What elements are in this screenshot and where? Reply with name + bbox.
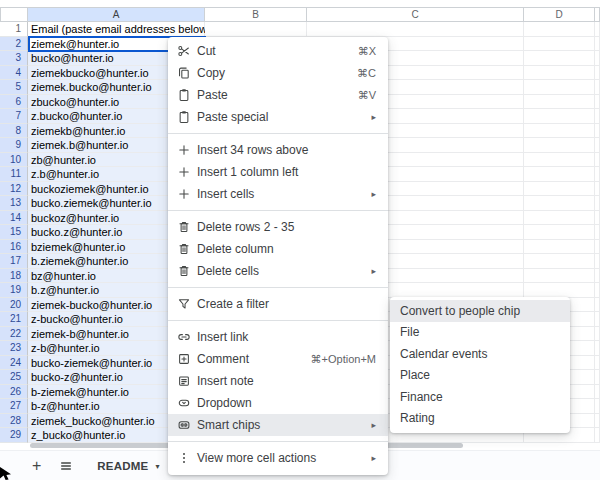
cell[interactable] [595,124,600,139]
cell[interactable]: Email (paste email addresses below) [28,22,205,37]
row-header-20[interactable]: 20 [0,298,28,313]
cell[interactable] [524,240,595,255]
cell[interactable] [595,414,600,429]
row-header-18[interactable]: 18 [0,269,28,284]
submenu-item-rating[interactable]: Rating [390,408,570,430]
select-all-corner[interactable] [0,7,28,22]
cell[interactable] [595,254,600,269]
cell[interactable] [595,51,600,66]
column-header-d[interactable]: D [524,7,595,22]
row-header-2[interactable]: 2 [0,37,28,52]
cell[interactable] [205,22,307,37]
row-header-28[interactable]: 28 [0,414,28,429]
cell[interactable] [595,37,600,52]
column-header-a[interactable]: A [28,7,205,22]
cell[interactable] [595,428,600,443]
cell[interactable] [595,95,600,110]
menu-item-copy[interactable]: Copy⌘C [168,62,388,84]
submenu-item-place[interactable]: Place [390,365,570,387]
menu-item-paste[interactable]: Paste⌘V [168,84,388,106]
menu-item-view-more-cell-actions[interactable]: View more cell actions▸ [168,447,388,469]
cell[interactable] [595,341,600,356]
row-header-9[interactable]: 9 [0,138,28,153]
cell[interactable] [307,22,524,37]
row-header-5[interactable]: 5 [0,80,28,95]
sheet-tab-readme[interactable]: README ▾ [97,460,159,472]
cell[interactable] [595,298,600,313]
cell[interactable] [524,124,595,139]
submenu-item-finance[interactable]: Finance [390,386,570,408]
cell[interactable] [595,269,600,284]
row-header-7[interactable]: 7 [0,109,28,124]
cell[interactable] [595,240,600,255]
cell[interactable] [524,182,595,197]
row-header-24[interactable]: 24 [0,356,28,371]
menu-item-paste-special[interactable]: Paste special▸ [168,106,388,128]
cell[interactable] [595,153,600,168]
cell[interactable] [595,80,600,95]
cell[interactable] [524,37,595,52]
cell[interactable] [595,356,600,371]
cell[interactable] [595,370,600,385]
menu-item-comment[interactable]: Comment⌘+Option+M [168,348,388,370]
cell[interactable] [595,182,600,197]
add-sheet-button[interactable]: + [32,457,41,475]
column-header-partial[interactable] [595,7,600,22]
cell[interactable] [595,399,600,414]
menu-item-dropdown[interactable]: Dropdown [168,392,388,414]
menu-item-smart-chips[interactable]: Smart chips▸ [168,414,388,436]
cell[interactable] [595,196,600,211]
row-header-14[interactable]: 14 [0,211,28,226]
cell[interactable] [595,312,600,327]
menu-item-delete-rows-2-35[interactable]: Delete rows 2 - 35 [168,216,388,238]
menu-item-insert-cells[interactable]: Insert cells▸ [168,183,388,205]
row-header-8[interactable]: 8 [0,124,28,139]
row-header-23[interactable]: 23 [0,341,28,356]
row-header-17[interactable]: 17 [0,254,28,269]
row-header-26[interactable]: 26 [0,385,28,400]
menu-item-insert-note[interactable]: Insert note [168,370,388,392]
cell[interactable] [524,153,595,168]
cell[interactable] [595,109,600,124]
cell[interactable] [524,283,595,298]
row-header-19[interactable]: 19 [0,283,28,298]
column-header-c[interactable]: C [307,7,524,22]
row-header-4[interactable]: 4 [0,66,28,81]
cell[interactable] [595,22,600,37]
all-sheets-button[interactable] [59,459,73,473]
cell[interactable] [595,385,600,400]
menu-item-cut[interactable]: Cut⌘X [168,40,388,62]
cell[interactable] [595,283,600,298]
row-header-3[interactable]: 3 [0,51,28,66]
menu-item-delete-column[interactable]: Delete column [168,238,388,260]
row-header-1[interactable]: 1 [0,22,28,37]
row-header-13[interactable]: 13 [0,196,28,211]
cell[interactable] [595,66,600,81]
cell[interactable] [595,327,600,342]
menu-item-insert-1-column-left[interactable]: Insert 1 column left [168,161,388,183]
cell[interactable] [595,138,600,153]
cell[interactable] [524,138,595,153]
cell[interactable] [524,167,595,182]
cell[interactable] [595,211,600,226]
submenu-item-calendar-events[interactable]: Calendar events [390,343,570,365]
cell[interactable] [524,80,595,95]
column-header-b[interactable]: B [205,7,307,22]
cell[interactable] [524,196,595,211]
submenu-item-file[interactable]: File [390,322,570,344]
row-header-16[interactable]: 16 [0,240,28,255]
menu-item-create-a-filter[interactable]: Create a filter [168,293,388,315]
cell[interactable] [524,254,595,269]
submenu-item-convert-to-people-chip[interactable]: Convert to people chip [390,300,570,322]
cell[interactable] [524,109,595,124]
cell[interactable] [595,225,600,240]
cell[interactable] [524,95,595,110]
menu-item-insert-link[interactable]: Insert link [168,326,388,348]
row-header-21[interactable]: 21 [0,312,28,327]
menu-item-insert-34-rows-above[interactable]: Insert 34 rows above [168,139,388,161]
cell[interactable] [524,211,595,226]
row-header-10[interactable]: 10 [0,153,28,168]
row-header-29[interactable]: 29 [0,428,28,443]
cell[interactable] [524,225,595,240]
row-header-6[interactable]: 6 [0,95,28,110]
